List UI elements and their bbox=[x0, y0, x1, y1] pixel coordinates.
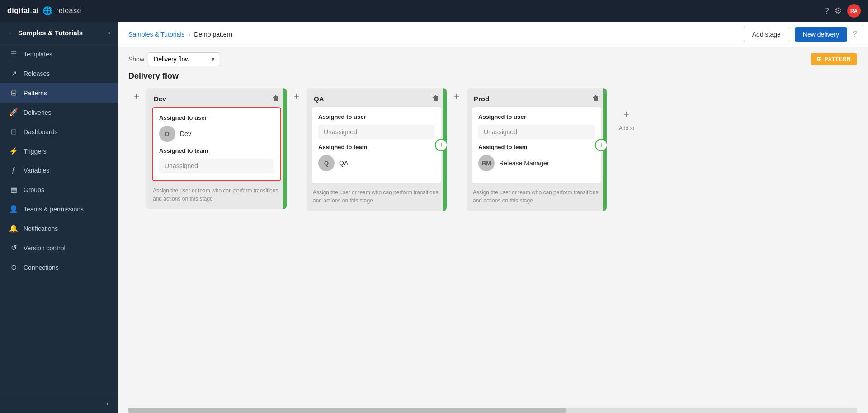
team-row-prod: RM Release Manager bbox=[478, 155, 595, 171]
sidebar-item-notifications[interactable]: 🔔 Notifications bbox=[0, 219, 118, 238]
sidebar-item-label: Groups bbox=[24, 186, 44, 193]
version-control-icon: ↺ bbox=[9, 244, 18, 252]
add-circle-qa[interactable]: + bbox=[435, 139, 447, 151]
stage-prod: Prod 🗑 Assigned to user Unassigned Assig… bbox=[467, 88, 607, 211]
variables-icon: ƒ bbox=[9, 166, 18, 174]
user-row-dev: D Dev bbox=[159, 126, 274, 142]
stage-dev: Dev 🗑 Assigned to user D Dev Assigned to… bbox=[146, 88, 287, 209]
globe-icon: 🌐 bbox=[42, 6, 52, 16]
assigned-user-label-qa: Assigned to user bbox=[318, 113, 435, 120]
breadcrumb-current: Demo pattern bbox=[194, 31, 232, 38]
add-stage-end-area: + Add st bbox=[609, 88, 645, 131]
assignment-card-qa[interactable]: Assigned to user Unassigned Assigned to … bbox=[312, 107, 441, 183]
top-navigation: digital.ai 🌐 release ? ⚙ RA bbox=[0, 0, 868, 22]
pattern-badge-label: PATTERN bbox=[825, 56, 851, 62]
stage-header-dev: Dev 🗑 bbox=[146, 88, 287, 107]
content-area: Delivery flow + Dev 🗑 Assigned to user bbox=[118, 71, 868, 408]
sidebar-item-teams-permissions[interactable]: 👤 Teams & permissions bbox=[0, 199, 118, 219]
stage-description-dev: Assign the user or team who can perform … bbox=[146, 187, 287, 209]
sidebar-item-label: Releases bbox=[24, 70, 50, 77]
sidebar-header-left: ← Samples & Tutorials bbox=[7, 29, 83, 37]
section-title: Delivery flow bbox=[128, 71, 857, 81]
add-stage-left-button[interactable]: + bbox=[128, 88, 145, 104]
sidebar-item-label: Patterns bbox=[24, 89, 47, 97]
deliveries-icon: 🚀 bbox=[9, 108, 18, 117]
main-content: Samples & Tutorials › Demo pattern Add s… bbox=[118, 22, 868, 413]
help-icon[interactable]: ? bbox=[825, 6, 829, 16]
scrollbar-thumb bbox=[128, 408, 566, 413]
breadcrumb-separator: › bbox=[189, 31, 191, 38]
product-name: release bbox=[56, 7, 81, 15]
assigned-user-label-prod: Assigned to user bbox=[478, 113, 595, 120]
header-help-icon[interactable]: ? bbox=[853, 29, 857, 39]
settings-icon[interactable]: ⚙ bbox=[835, 6, 842, 16]
patterns-icon: ⊞ bbox=[9, 89, 18, 97]
assigned-team-label-qa: Assigned to team bbox=[318, 144, 435, 150]
back-button[interactable]: ← bbox=[7, 29, 14, 37]
user-avatar[interactable]: RA bbox=[847, 4, 861, 18]
sidebar-item-groups[interactable]: ▤ Groups bbox=[0, 180, 118, 199]
stage-delete-dev[interactable]: 🗑 bbox=[272, 94, 279, 103]
sidebar-item-templates[interactable]: ☰ Templates bbox=[0, 44, 118, 64]
add-stage-end-label: Add st bbox=[619, 125, 634, 131]
stages-scroll[interactable]: + Dev 🗑 Assigned to user D bbox=[128, 88, 857, 400]
breadcrumb: Samples & Tutorials › Demo pattern bbox=[128, 31, 232, 38]
assigned-team-label-dev: Assigned to team bbox=[159, 147, 274, 154]
sidebar-item-variables[interactable]: ƒ Variables bbox=[0, 161, 118, 180]
stage-description-qa: Assign the user or team who can perform … bbox=[307, 188, 447, 211]
templates-icon: ☰ bbox=[9, 50, 18, 58]
sidebar: ← Samples & Tutorials › ☰ Templates ↗ Re… bbox=[0, 22, 118, 413]
stage-bar-dev bbox=[283, 88, 287, 209]
add-stage-button[interactable]: Add stage bbox=[744, 27, 789, 42]
horizontal-scrollbar[interactable] bbox=[128, 408, 857, 413]
stage-qa: QA 🗑 Assigned to user Unassigned Assigne… bbox=[307, 88, 447, 211]
sidebar-item-label: Triggers bbox=[24, 148, 47, 155]
groups-icon: ▤ bbox=[9, 185, 18, 194]
topnav-right: ? ⚙ RA bbox=[825, 4, 861, 18]
stage-delete-prod[interactable]: 🗑 bbox=[592, 94, 599, 103]
sidebar-item-dashboards[interactable]: ⊡ Dashboards bbox=[0, 122, 118, 141]
sidebar-footer: ‹ bbox=[0, 394, 118, 413]
sidebar-item-releases[interactable]: ↗ Releases bbox=[0, 64, 118, 83]
add-stage-end-button[interactable]: + bbox=[618, 106, 635, 122]
stage-title-qa: QA bbox=[314, 95, 324, 103]
sidebar-expand-icon[interactable]: › bbox=[108, 30, 110, 36]
sidebar-item-connections[interactable]: ⊙ Connections bbox=[0, 258, 118, 277]
add-stage-between-dev-qa[interactable]: + bbox=[288, 88, 305, 104]
team-avatar-prod: RM bbox=[478, 155, 495, 171]
sidebar-item-patterns[interactable]: ⊞ Patterns bbox=[0, 83, 118, 103]
sidebar-collapse-button[interactable]: ‹ bbox=[106, 399, 108, 408]
pattern-badge-icon: ⊞ bbox=[817, 56, 822, 62]
sidebar-item-label: Connections bbox=[24, 264, 59, 271]
team-avatar-qa: Q bbox=[318, 155, 335, 171]
sidebar-item-label: Templates bbox=[24, 51, 52, 58]
add-stage-between-qa-prod[interactable]: + bbox=[448, 88, 465, 104]
sidebar-item-version-control[interactable]: ↺ Version control bbox=[0, 238, 118, 258]
sidebar-item-label: Version control bbox=[24, 244, 66, 252]
new-delivery-button[interactable]: New delivery bbox=[795, 27, 847, 42]
stage-header-prod: Prod 🗑 bbox=[467, 88, 607, 107]
user-avatar-dev: D bbox=[159, 126, 175, 142]
assigned-team-label-prod: Assigned to team bbox=[478, 144, 595, 150]
sidebar-item-deliveries[interactable]: 🚀 Deliveries bbox=[0, 103, 118, 122]
header-actions: Add stage New delivery ? bbox=[744, 27, 857, 42]
assignment-card-prod[interactable]: Assigned to user Unassigned Assigned to … bbox=[472, 107, 601, 183]
breadcrumb-parent[interactable]: Samples & Tutorials bbox=[128, 31, 185, 38]
logo-area: digital.ai 🌐 release bbox=[7, 6, 81, 16]
user-unassigned-qa: Unassigned bbox=[318, 125, 435, 139]
stage-header-qa: QA 🗑 bbox=[307, 88, 447, 107]
show-filter-area: Show Delivery flow ▼ bbox=[128, 52, 220, 66]
show-label: Show bbox=[128, 56, 144, 63]
sidebar-title: Samples & Tutorials bbox=[18, 29, 83, 37]
connections-icon: ⊙ bbox=[9, 263, 18, 272]
assignment-card-dev[interactable]: Assigned to user D Dev Assigned to team … bbox=[152, 107, 281, 181]
sidebar-item-label: Teams & permissions bbox=[24, 206, 84, 213]
sidebar-item-label: Notifications bbox=[24, 225, 58, 232]
user-name-dev: Dev bbox=[180, 130, 191, 137]
team-row-qa: Q QA bbox=[318, 155, 435, 171]
stage-delete-qa[interactable]: 🗑 bbox=[432, 94, 439, 103]
add-circle-prod[interactable]: + bbox=[595, 139, 607, 151]
show-dropdown-wrapper: Delivery flow ▼ bbox=[148, 52, 220, 66]
sidebar-item-triggers[interactable]: ⚡ Triggers bbox=[0, 141, 118, 161]
show-dropdown[interactable]: Delivery flow bbox=[148, 52, 220, 66]
